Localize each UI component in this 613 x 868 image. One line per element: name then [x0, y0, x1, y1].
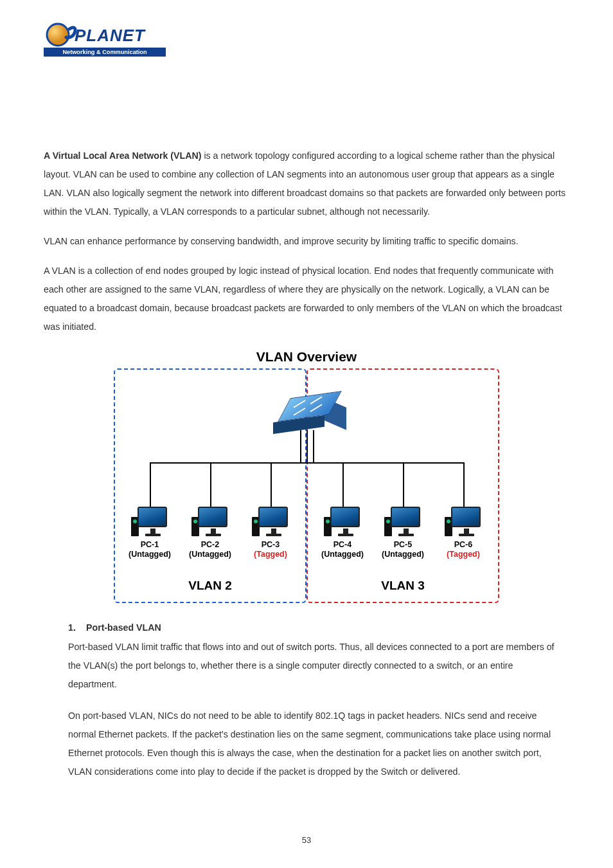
pc-icon	[191, 507, 229, 538]
port-based-heading: 1.Port-based VLAN	[68, 622, 569, 633]
pc-icon	[252, 507, 289, 538]
pc-4: PC-4 (Untagged)	[314, 507, 371, 559]
pc-name: PC-2	[182, 540, 238, 550]
pc-tag: (Untagged)	[314, 550, 371, 559]
logo-tagline: Networking & Communication	[62, 49, 147, 55]
pc-name: PC-1	[121, 540, 178, 550]
vlan3-label: VLAN 3	[308, 579, 498, 593]
pc-5: PC-5 (Untagged)	[375, 507, 431, 559]
cable	[342, 462, 344, 507]
pc-name: PC-6	[435, 540, 492, 550]
cable	[150, 462, 463, 464]
pc-icon	[445, 507, 482, 538]
pc-name: PC-4	[314, 540, 371, 550]
pc-name: PC-3	[242, 540, 299, 550]
port-based-heading-text: Port-based VLAN	[86, 622, 161, 633]
cable	[300, 430, 301, 462]
pc-tag: (Untagged)	[375, 550, 431, 559]
vlan2-label: VLAN 2	[115, 579, 305, 593]
cable	[403, 462, 404, 507]
pc-1: PC-1 (Untagged)	[121, 507, 178, 559]
pc-6: PC-6 (Tagged)	[435, 507, 492, 559]
paragraph-3: A VLAN is a collection of end nodes grou…	[44, 262, 569, 336]
intro-bold: A Virtual Local Area Network (VLAN)	[44, 150, 201, 161]
pc-tag: (Untagged)	[121, 550, 178, 559]
logo-brand-text: PLANET	[75, 26, 146, 45]
cable	[210, 462, 211, 507]
cable	[306, 430, 308, 462]
port-based-p2: On port-based VLAN, NICs do not need to …	[68, 707, 563, 781]
pc-2: PC-2 (Untagged)	[182, 507, 238, 559]
pc-icon	[384, 507, 422, 538]
pc-tag: (Tagged)	[242, 550, 299, 559]
bullet-marker: 1.	[68, 622, 86, 633]
pc-icon	[324, 507, 361, 538]
port-based-p1: Port-based VLAN limit traffic that flows…	[68, 638, 563, 694]
pc-tag: (Untagged)	[182, 550, 238, 559]
cable	[271, 462, 272, 507]
vlan-diagram: VLAN 2 VLAN 3 PC-1	[114, 368, 499, 603]
intro-paragraph: A Virtual Local Area Network (VLAN) is a…	[44, 147, 569, 221]
pc-name: PC-5	[375, 540, 431, 550]
pc-3: PC-3 (Tagged)	[242, 507, 299, 559]
pc-icon	[131, 507, 168, 538]
brand-logo: PLANET Networking & Communication	[44, 19, 166, 58]
cable	[150, 462, 151, 507]
cable	[463, 462, 465, 507]
svg-point-0	[47, 24, 69, 46]
diagram-title: VLAN Overview	[44, 349, 569, 365]
page-number: 53	[0, 835, 613, 845]
pc-tag: (Tagged)	[435, 550, 492, 559]
page-content: A Virtual Local Area Network (VLAN) is a…	[44, 147, 569, 792]
cable	[313, 430, 314, 462]
paragraph-2: VLAN can enhance performance by conservi…	[44, 232, 569, 251]
